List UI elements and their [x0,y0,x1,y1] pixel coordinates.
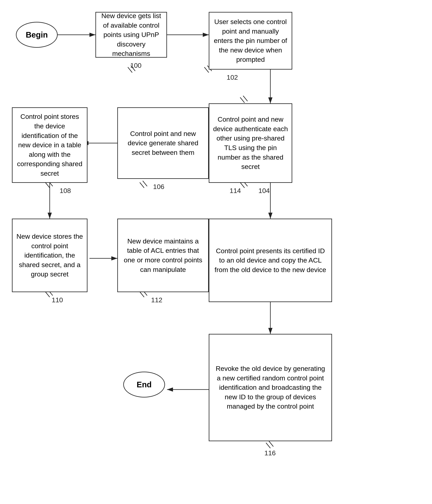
svg-line-22 [45,292,50,297]
svg-line-16 [240,97,245,103]
node-114: Control point presents its certified ID … [209,219,332,302]
label-114: 114 [230,187,241,195]
label-102: 102 [227,73,238,81]
node-104: Control point and new device authenticat… [209,103,292,183]
label-116: 116 [264,449,276,457]
svg-line-20 [45,182,50,188]
label-106: 106 [153,183,165,191]
node-102: User selects one control point and manua… [209,12,292,70]
node-100: New device gets list of available contro… [95,12,167,58]
svg-line-14 [204,67,209,72]
svg-line-24 [140,292,144,297]
label-104: 104 [258,187,270,195]
node-116: Revoke the old device by generating a ne… [209,334,332,441]
svg-line-17 [243,96,248,101]
node-106: Control point and new device generate sh… [117,107,209,179]
label-100: 100 [130,62,142,69]
label-108: 108 [60,187,71,195]
label-110: 110 [52,296,63,304]
node-110: New device stores the control point iden… [12,219,87,292]
svg-line-19 [143,181,147,186]
diagram-container: Begin New device gets list of available … [0,0,432,504]
svg-line-18 [140,182,144,188]
node-112: New device maintains a table of ACL entr… [117,219,209,292]
label-112: 112 [151,296,162,304]
svg-line-29 [269,441,273,447]
end-node: End [123,372,165,397]
begin-node: Begin [16,22,58,48]
svg-line-28 [266,443,270,448]
node-108: Control point stores the device identifi… [12,107,87,183]
